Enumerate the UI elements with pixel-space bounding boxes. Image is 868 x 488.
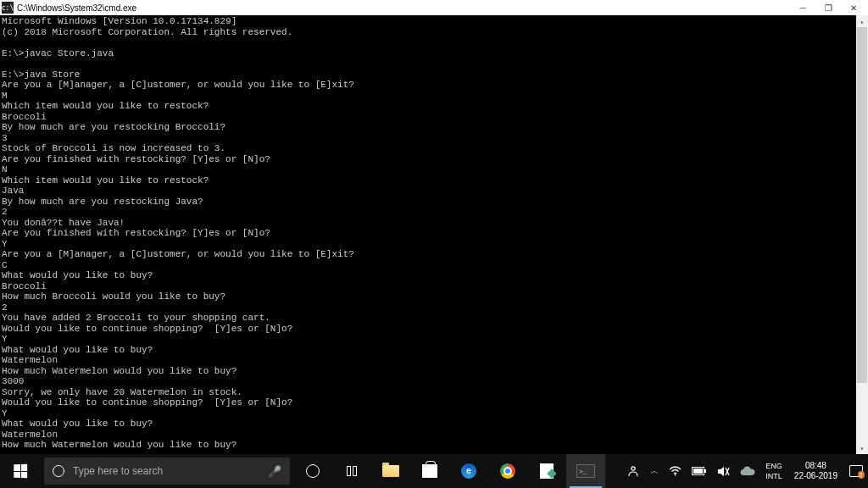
language-bottom: INTL <box>765 471 782 481</box>
terminal-line: Would you like to continue shopping? [Y]… <box>2 324 866 335</box>
terminal-line: 2 <box>2 302 866 313</box>
onedrive-icon[interactable] <box>735 454 760 488</box>
terminal-line <box>2 58 866 69</box>
people-button[interactable] <box>621 454 645 488</box>
terminal-line: Y <box>2 239 866 250</box>
terminal-line: By how much are you restocking Broccoli? <box>2 122 866 133</box>
chrome-browser-button[interactable] <box>488 454 527 488</box>
cortana-button[interactable] <box>293 454 332 488</box>
language-indicator[interactable]: ENG INTL <box>760 461 787 481</box>
terminal-line: What would you like to buy? <box>2 270 866 281</box>
terminal-line: E:\>java Store <box>2 69 866 80</box>
notepad-button[interactable] <box>527 454 566 488</box>
start-button[interactable] <box>0 454 41 488</box>
scroll-track[interactable] <box>856 27 868 442</box>
terminal-line: Java <box>2 186 866 197</box>
terminal-line: Which item would you like to restock? <box>2 101 866 112</box>
windows-taskbar: Type here to search 🎤 e >_ <box>0 454 868 488</box>
scroll-down-arrow[interactable]: ▾ <box>856 442 868 454</box>
terminal-line: Are you finished with restocking? [Y]es … <box>2 228 866 239</box>
edge-browser-button[interactable]: e <box>449 454 488 488</box>
cmd-window-icon: c:\ <box>2 2 14 14</box>
terminal-line: Are you finished with restocking? [Y]es … <box>2 154 866 165</box>
terminal-line: Watermelon <box>2 355 866 366</box>
terminal-line: What would you like to buy? <box>2 419 866 430</box>
clock-time: 08:48 <box>805 461 826 471</box>
terminal-line: What would you like to buy? <box>2 345 866 356</box>
terminal-output[interactable]: Microsoft Windows [Version 10.0.17134.82… <box>0 15 868 454</box>
wifi-icon[interactable] <box>664 454 687 488</box>
folder-icon <box>382 465 399 477</box>
people-icon <box>626 464 640 478</box>
terminal-line: Stock of Broccoli is now increased to 3. <box>2 143 866 154</box>
terminal-line: Are you a [M]anager, a [C]ustomer, or wo… <box>2 80 866 91</box>
window-title: C:\Windows\System32\cmd.exe <box>17 3 790 13</box>
terminal-line: Y <box>2 408 866 419</box>
taskbar-pinned-apps: e >_ <box>293 454 605 488</box>
svg-rect-3 <box>704 469 706 473</box>
search-icon <box>53 465 64 477</box>
terminal-line: Microsoft Windows [Version 10.0.17134.82… <box>2 16 866 27</box>
file-explorer-button[interactable] <box>371 454 410 488</box>
store-icon <box>422 464 437 478</box>
vertical-scrollbar[interactable]: ▴ ▾ <box>856 15 868 454</box>
terminal-line: Broccoli <box>2 112 866 123</box>
taskbar-clock[interactable]: 08:48 22-06-2019 <box>787 461 844 481</box>
terminal-line: Sorry, we only have 20 Watermelon in sto… <box>2 387 866 398</box>
notification-badge: 2 <box>858 471 865 479</box>
search-placeholder: Type here to search <box>73 465 163 477</box>
microphone-icon[interactable]: 🎤 <box>268 465 281 478</box>
volume-icon[interactable] <box>712 454 735 488</box>
terminal-line <box>2 37 866 48</box>
svg-point-1 <box>675 474 676 476</box>
terminal-line: By how much are you restocking Java? <box>2 197 866 208</box>
svg-point-0 <box>632 467 635 470</box>
terminal-line: Would you like to continue shopping? [Y]… <box>2 397 866 408</box>
terminal-line: N <box>2 164 866 175</box>
terminal-line: Which item would you like to restock? <box>2 175 866 186</box>
terminal-line: (c) 2018 Microsoft Corporation. All righ… <box>2 27 866 38</box>
windows-logo-icon <box>14 464 27 478</box>
terminal-line: Y <box>2 334 866 345</box>
terminal-line: Watermelon <box>2 430 866 441</box>
terminal-line: Broccoli <box>2 281 866 292</box>
task-view-button[interactable] <box>332 454 371 488</box>
terminal-line: Are you a [M]anager, a [C]ustomer, or wo… <box>2 249 866 260</box>
cmd-taskbar-button[interactable]: >_ <box>566 454 605 488</box>
taskbar-search-input[interactable]: Type here to search 🎤 <box>44 458 290 485</box>
battery-icon[interactable] <box>687 454 712 488</box>
terminal-line: How much Broccoli would you like to buy? <box>2 291 866 302</box>
action-center-button[interactable]: 2 <box>844 454 868 488</box>
terminal-line: C <box>2 260 866 271</box>
terminal-line: 2 <box>2 207 866 218</box>
chrome-icon <box>500 463 515 479</box>
microsoft-store-button[interactable] <box>410 454 449 488</box>
terminal-line: You donâ??t have Java! <box>2 218 866 229</box>
system-tray: ︿ ENG INTL 08:48 22-06-2019 2 <box>621 454 868 488</box>
scroll-up-arrow[interactable]: ▴ <box>856 15 868 27</box>
minimize-button[interactable]: ─ <box>790 0 815 15</box>
window-titlebar: c:\ C:\Windows\System32\cmd.exe ─ ❐ ✕ <box>0 0 868 15</box>
terminal-line: 3 <box>2 133 866 144</box>
cmd-icon: >_ <box>576 464 595 478</box>
terminal-line: 3000 <box>2 376 866 387</box>
edge-icon: e <box>461 463 476 479</box>
maximize-button[interactable]: ❐ <box>815 0 841 15</box>
close-button[interactable]: ✕ <box>841 0 866 15</box>
notification-icon: 2 <box>849 465 863 477</box>
terminal-line: E:\>javac Store.java <box>2 48 866 59</box>
cortana-icon <box>306 464 320 478</box>
clock-date: 22-06-2019 <box>794 471 837 481</box>
terminal-line: You have added 2 Broccoli to your shoppi… <box>2 313 866 324</box>
window-controls: ─ ❐ ✕ <box>790 0 866 15</box>
task-view-icon <box>347 466 357 476</box>
scroll-thumb[interactable] <box>857 27 867 383</box>
svg-rect-4 <box>693 469 703 474</box>
terminal-line: How much Watermelon would you like to bu… <box>2 440 866 451</box>
tray-chevron-up[interactable]: ︿ <box>645 454 664 488</box>
language-top: ENG <box>765 461 782 471</box>
notepad-icon <box>540 463 554 479</box>
terminal-line: How much Watermelon would you like to bu… <box>2 366 866 377</box>
terminal-line: M <box>2 91 866 102</box>
